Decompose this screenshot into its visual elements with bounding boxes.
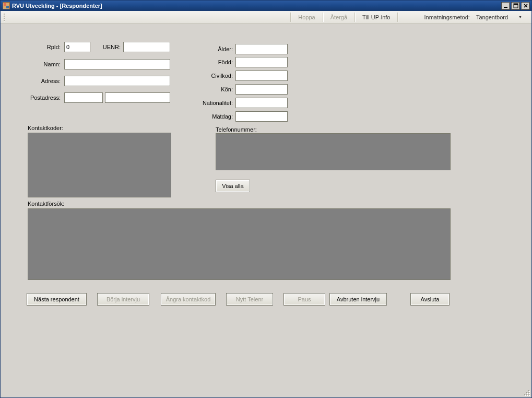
inmatning-dropdown[interactable]: Tangentbord ▼ bbox=[473, 13, 525, 21]
telefonnummer-label: Telefonnummer: bbox=[216, 126, 257, 133]
chevron-down-icon: ▼ bbox=[518, 15, 522, 19]
namn-label: Namn: bbox=[29, 61, 61, 67]
fodd-label: Född: bbox=[199, 59, 233, 65]
namn-input[interactable] bbox=[64, 59, 170, 69]
svg-rect-17 bbox=[529, 393, 530, 394]
inmatning-value: Tangentbord bbox=[476, 14, 508, 20]
matdag-input[interactable] bbox=[235, 111, 288, 122]
alder-label: Ålder: bbox=[199, 46, 233, 52]
resize-grip[interactable] bbox=[523, 389, 530, 396]
kon-label: Kön: bbox=[199, 86, 233, 92]
postadress1-input[interactable] bbox=[64, 92, 103, 103]
kontaktkoder-box[interactable] bbox=[28, 133, 171, 197]
app-icon bbox=[3, 2, 10, 9]
kontaktforsok-box[interactable] bbox=[28, 208, 451, 280]
toolbar-separator bbox=[290, 13, 291, 22]
uenr-label: UENR: bbox=[94, 44, 121, 50]
kontaktkoder-label: Kontaktkoder: bbox=[28, 125, 63, 131]
svg-rect-15 bbox=[529, 391, 530, 392]
till-up-info-button[interactable]: Till UP-info bbox=[357, 13, 395, 22]
aterga-button: Återgå bbox=[325, 13, 352, 22]
postadress-label: Postadress: bbox=[24, 95, 61, 101]
titlebar: RVU Utveckling - [Respondenter] bbox=[1, 1, 531, 11]
toolbar-separator bbox=[323, 13, 323, 22]
matdag-label: Mätdag: bbox=[199, 113, 233, 120]
toolbar-separator bbox=[397, 13, 398, 22]
nytt-telenr-button: Nytt Telenr bbox=[226, 293, 273, 306]
nationalitet-label: Nationalitet: bbox=[199, 100, 233, 106]
visa-alla-button[interactable]: Visa alla bbox=[216, 180, 250, 192]
svg-rect-3 bbox=[6, 6, 9, 8]
rpid-label: RpId: bbox=[29, 44, 61, 50]
toolbar-separator bbox=[354, 13, 355, 22]
angra-kontaktkod-button: Ångra kontaktkod bbox=[161, 293, 216, 306]
svg-rect-20 bbox=[529, 395, 530, 396]
alder-input[interactable] bbox=[235, 44, 288, 54]
adress-input[interactable] bbox=[64, 76, 170, 86]
close-button[interactable] bbox=[521, 2, 530, 10]
hoppa-button: Hoppa bbox=[293, 13, 320, 22]
postadress2-input[interactable] bbox=[105, 92, 170, 103]
telefonnummer-box[interactable] bbox=[216, 133, 451, 170]
civilkod-label: Civilkod: bbox=[199, 73, 233, 79]
borja-intervju-button: Börja intervju bbox=[97, 293, 149, 306]
app-window: RVU Utveckling - [Respondenter] Hoppa Åt… bbox=[0, 0, 532, 398]
rpid-input[interactable] bbox=[64, 42, 90, 52]
inmatning-label: Inmatningsmetod: bbox=[421, 13, 472, 22]
fodd-input[interactable] bbox=[235, 57, 288, 67]
workarea: RpId: UENR: Namn: Adress: Postadress: Ål… bbox=[1, 24, 531, 397]
svg-rect-16 bbox=[527, 393, 528, 394]
avbruten-intervju-button[interactable]: Avbruten intervju bbox=[329, 293, 387, 306]
paus-button: Paus bbox=[283, 293, 325, 306]
window-title: RVU Utveckling - [Respondenter] bbox=[12, 3, 501, 9]
maximize-button[interactable] bbox=[511, 2, 520, 10]
adress-label: Adress: bbox=[29, 78, 61, 84]
minimize-button[interactable] bbox=[501, 2, 510, 10]
civilkod-input[interactable] bbox=[235, 71, 288, 81]
toolbar: Hoppa Återgå Till UP-info Inmatningsmeto… bbox=[1, 11, 531, 24]
toolbar-grip[interactable] bbox=[4, 13, 7, 22]
kon-input[interactable] bbox=[235, 84, 288, 95]
svg-rect-2 bbox=[4, 3, 6, 6]
avsluta-button[interactable]: Avsluta bbox=[410, 293, 450, 306]
uenr-input[interactable] bbox=[123, 42, 170, 52]
svg-rect-19 bbox=[527, 395, 528, 396]
nasta-respondent-button[interactable]: Nästa respondent bbox=[27, 293, 87, 306]
nationalitet-input[interactable] bbox=[235, 98, 288, 108]
kontaktforsok-label: Kontaktförsök: bbox=[28, 201, 64, 207]
svg-rect-18 bbox=[525, 395, 526, 396]
